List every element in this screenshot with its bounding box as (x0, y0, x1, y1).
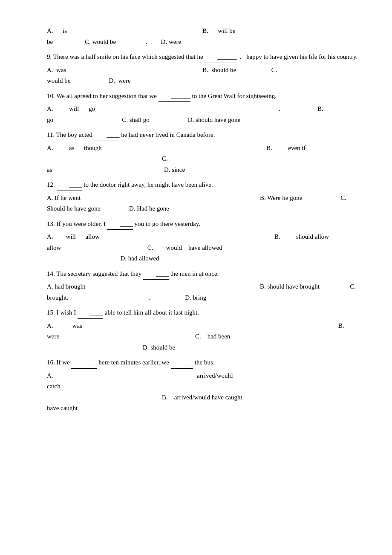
q13-options-row3: D. had allowed (34, 253, 358, 264)
q9-options: A. was B. should be C. (34, 65, 358, 76)
q16-options-row1: A. arrived/would catch (34, 370, 358, 392)
question-9-text: 9. There was a half smile on his face wh… (34, 52, 358, 63)
question-9-block: 9. There was a half smile on his face wh… (34, 52, 358, 87)
q10-option-a: A. will go (47, 104, 202, 115)
q13-options-row1: A. will allow B. should allow (34, 231, 358, 243)
q15-blank: ____ (78, 307, 103, 319)
top-options-row1: A. is B. will be (34, 26, 358, 37)
option-b-label: B. will be (202, 27, 236, 34)
q12-blank: ____ (57, 179, 82, 191)
q15-option-a: A. was (47, 321, 202, 332)
q10-option-dot: ． B. (202, 104, 358, 115)
q14-option-b: B. should have brought C. (202, 281, 358, 292)
q9-option-b: B. should be C. (202, 65, 358, 76)
q13-option-a: A. will allow (47, 231, 202, 243)
q11-option-b: B. even if (202, 143, 358, 154)
question-12-text: 12. ____ to the doctor right away, he mi… (34, 179, 358, 191)
q14-options-row1: A. had brought B. should have brought C. (34, 281, 358, 292)
q11-options-row3: as D. since (34, 165, 358, 176)
question-15-text: 15. I wish I ____ able to tell him all a… (34, 307, 358, 319)
q12-option-a: A. If he went (47, 193, 202, 204)
q11-blank: ____ (94, 130, 119, 141)
q15-options-row2: were C. had been (34, 331, 358, 342)
q15-option-b: B. (202, 321, 358, 332)
q9-options-row2: would be D. were (34, 75, 358, 87)
top-options-row2: be C. would be ． D. were (34, 37, 358, 48)
q14-options-row2: brought. ． D. bring (34, 292, 358, 304)
q14-option-a: A. had brought (47, 281, 202, 292)
top-options-block: A. is B. will be be C. would be ． D. wer… (34, 26, 358, 47)
question-13-block: 13. If you were older, I ____ you to go … (34, 219, 358, 264)
question-13-text: 13. If you were older, I ____ you to go … (34, 219, 358, 230)
q11-options-row2: C. (34, 153, 358, 165)
q11-options-row1: A. as though B. even if (34, 143, 358, 154)
q10-options-row2: go C. shall go D. should have gone (34, 115, 358, 126)
q13-option-b: B. should allow (202, 231, 358, 243)
q12-options-row2: Should he have gone D. Had he gone (34, 203, 358, 214)
q10-blank: ______ (159, 91, 190, 102)
q16-blank2: ___ (171, 357, 193, 369)
question-14-block: 14. The secretary suggested that they __… (34, 269, 358, 304)
question-16-text: 16. If we ____ here ten minutes earlier,… (34, 357, 358, 369)
q14-blank: ____ (143, 269, 169, 280)
option-b: B. will be (202, 26, 358, 37)
q15-options-row3: D. should be (34, 342, 358, 353)
question-16-block: 16. If we ____ here ten minutes earlier,… (34, 357, 358, 414)
q15-options-row1: A. was B. (34, 321, 358, 332)
question-12-block: 12. ____ to the doctor right away, he mi… (34, 179, 358, 214)
question-11-text: 11. The boy acted ____ he had never live… (34, 130, 358, 141)
option-a: A. is (47, 26, 202, 37)
q16-option-a: A. arrived/would catch (47, 370, 202, 392)
q16-options-row3: have caught (34, 403, 358, 414)
q11-option-a: A. as though (47, 143, 202, 154)
option-a-label: A. is (47, 27, 67, 34)
q12-options-row1: A. If he went B. Were he gone C. (34, 193, 358, 204)
question-14-text: 14. The secretary suggested that they __… (34, 269, 358, 280)
q13-blank: ____ (107, 219, 133, 230)
q10-options-row1: A. will go ． B. (34, 104, 358, 115)
q13-options-row2: allow C. would have allowed (34, 243, 358, 254)
option-c-text: be C. would be ． D. were (47, 37, 181, 48)
q16-options-row2: B. arrived/would have caught (34, 392, 358, 403)
q9-option-a: A. was (47, 65, 202, 76)
exam-content: A. is B. will be be C. would be ． D. wer… (34, 26, 358, 414)
q9-blank: ______ (205, 52, 236, 63)
question-11-block: 11. The boy acted ____ he had never live… (34, 130, 358, 175)
q16-blank1: ____ (71, 357, 97, 369)
question-10-text: 10. We all agreed to her suggestion that… (34, 91, 358, 102)
question-10-block: 10. We all agreed to her suggestion that… (34, 91, 358, 126)
q12-option-b: B. Were he gone C. (202, 193, 358, 204)
question-15-block: 15. I wish I ____ able to tell him all a… (34, 307, 358, 353)
